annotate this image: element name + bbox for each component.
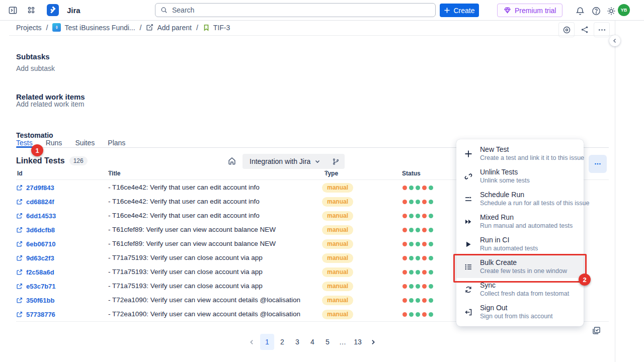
help-button[interactable] bbox=[591, 6, 602, 17]
test-type-cell: manual bbox=[322, 180, 353, 195]
test-id-link[interactable]: 3d6dcfb8 bbox=[26, 226, 55, 234]
menu-item[interactable]: Unlink Tests Unlink some tests bbox=[456, 165, 584, 188]
external-link-icon bbox=[16, 213, 23, 219]
test-type-cell: manual bbox=[322, 223, 353, 237]
create-button[interactable]: Create bbox=[440, 4, 479, 17]
mixed-run-icon bbox=[463, 218, 473, 226]
column-header-id[interactable]: Id bbox=[17, 170, 23, 177]
tab[interactable]: Runs bbox=[46, 139, 62, 147]
tests-more-actions-button[interactable] bbox=[589, 155, 607, 173]
pagination-page[interactable]: 1 bbox=[260, 334, 274, 350]
add-related-work-item-button[interactable]: Add related work item bbox=[16, 100, 84, 108]
test-id-cell: e53c7b71 bbox=[16, 279, 56, 293]
app-grid-icon bbox=[27, 6, 36, 15]
menu-item[interactable]: New Test Create a test and link it it to… bbox=[456, 142, 584, 165]
test-id-link[interactable]: cd68824f bbox=[26, 198, 54, 206]
status-dot-red bbox=[422, 242, 427, 246]
pagination-prev-button[interactable] bbox=[245, 339, 259, 345]
status-dot-green bbox=[416, 284, 420, 289]
menu-item[interactable]: Sync Collect fresh data from testomat bbox=[456, 278, 584, 301]
test-id-link[interactable]: 6eb06710 bbox=[26, 240, 56, 248]
premium-trial-button[interactable]: Premium trial bbox=[497, 4, 562, 17]
menu-item[interactable]: Schedule Run Schedule a run for all test… bbox=[456, 188, 584, 210]
breadcrumb-issue-key[interactable]: TIF-3 bbox=[203, 24, 230, 32]
sidebar-toggle-button[interactable] bbox=[7, 5, 19, 16]
pagination-next-button[interactable] bbox=[366, 339, 380, 345]
manual-type-badge: manual bbox=[322, 253, 353, 263]
test-id-link[interactable]: 57738776 bbox=[26, 311, 55, 318]
status-dot-green bbox=[409, 186, 414, 190]
pagination-pages: 12345…13 bbox=[260, 334, 365, 350]
branch-icon bbox=[332, 158, 340, 165]
bell-icon bbox=[576, 7, 585, 16]
jira-logo[interactable] bbox=[47, 4, 59, 16]
test-id-link[interactable]: f2c58a6d bbox=[26, 268, 54, 276]
menu-item[interactable]: Sign Out Sign out from this account bbox=[456, 301, 584, 323]
manual-type-badge: manual bbox=[322, 211, 353, 221]
plus-icon bbox=[444, 7, 450, 14]
pagination-page[interactable]: 5 bbox=[320, 334, 335, 350]
breadcrumb-separator: / bbox=[46, 24, 48, 32]
test-id-link[interactable]: 350f61bb bbox=[26, 297, 54, 304]
pagination-page[interactable]: 13 bbox=[351, 334, 365, 350]
test-id-cell: 350f61bb bbox=[16, 293, 54, 307]
pagination-page[interactable]: 3 bbox=[290, 334, 304, 350]
tab[interactable]: Tests bbox=[16, 139, 33, 147]
status-dot-red bbox=[403, 214, 407, 218]
app-switcher-button[interactable] bbox=[26, 5, 37, 16]
more-horizontal-icon bbox=[598, 26, 606, 34]
home-button[interactable] bbox=[227, 156, 236, 165]
search-input[interactable] bbox=[171, 6, 430, 15]
test-type-cell: manual bbox=[322, 237, 353, 251]
bulk-select-button[interactable] bbox=[592, 326, 601, 335]
add-subtask-button[interactable]: Add subtask bbox=[16, 64, 55, 72]
pagination-page[interactable]: … bbox=[336, 334, 350, 350]
collapse-panel-button[interactable] bbox=[609, 35, 620, 46]
status-dot-green bbox=[429, 242, 433, 246]
add-parent-button[interactable]: Add parent bbox=[146, 24, 192, 32]
test-id-link[interactable]: 27d9f843 bbox=[26, 184, 54, 192]
project-filter-dropdown[interactable]: Integration with Jira bbox=[243, 154, 345, 169]
external-link-icon bbox=[16, 227, 23, 233]
plus-icon bbox=[463, 150, 473, 158]
breadcrumb-projects[interactable]: Projects bbox=[16, 24, 42, 32]
pagination-page[interactable]: 4 bbox=[305, 334, 319, 350]
test-id-cell: 9d63c2f3 bbox=[16, 251, 54, 265]
breadcrumb-project[interactable]: Test iBusiness Fundi... bbox=[52, 23, 135, 32]
test-title-cell: - T16ce4e42: Verify that user can edit a… bbox=[108, 180, 260, 195]
external-link-icon bbox=[16, 269, 23, 276]
tab[interactable]: Plans bbox=[108, 139, 125, 147]
external-link-icon bbox=[16, 311, 23, 318]
test-id-link[interactable]: e53c7b71 bbox=[26, 283, 56, 290]
pagination-page[interactable]: 2 bbox=[275, 334, 289, 350]
sidebar-toggle-icon bbox=[8, 6, 18, 15]
testomatio-actions-menu: New Test Create a test and link it it to… bbox=[456, 139, 584, 326]
story-bookmark-icon bbox=[203, 24, 210, 31]
test-status-dots bbox=[403, 209, 435, 223]
test-id-link[interactable]: 9d63c2f3 bbox=[26, 254, 54, 262]
tab[interactable]: Suites bbox=[75, 139, 95, 147]
test-status-dots bbox=[403, 279, 435, 293]
status-dot-red bbox=[403, 256, 407, 260]
notifications-button[interactable] bbox=[575, 6, 586, 17]
project-avatar-icon bbox=[52, 23, 61, 32]
status-dot-green bbox=[429, 312, 433, 317]
menu-item[interactable]: Run in CI Run automated tests bbox=[456, 233, 584, 255]
status-dot-red bbox=[422, 298, 427, 303]
share-icon bbox=[581, 26, 589, 34]
global-search[interactable] bbox=[155, 3, 436, 17]
help-icon bbox=[592, 7, 601, 16]
status-dot-green bbox=[416, 270, 420, 275]
unlink-icon bbox=[463, 172, 473, 180]
test-id-link[interactable]: 6dd14533 bbox=[26, 212, 56, 220]
settings-button[interactable] bbox=[606, 6, 617, 17]
manual-type-badge: manual bbox=[322, 310, 353, 319]
sort-icon bbox=[325, 170, 328, 175]
user-avatar[interactable]: YB bbox=[618, 4, 630, 16]
add-parent-label: Add parent bbox=[157, 24, 192, 32]
menu-item[interactable]: Bulk Create Create few tests in one wind… bbox=[456, 255, 584, 278]
breadcrumb: Projects / Test iBusiness Fundi... / Add… bbox=[16, 23, 230, 32]
menu-item[interactable]: Mixed Run Run manual and automated tests bbox=[456, 210, 584, 233]
external-link-icon bbox=[16, 255, 23, 261]
chevron-down-icon bbox=[314, 158, 320, 164]
